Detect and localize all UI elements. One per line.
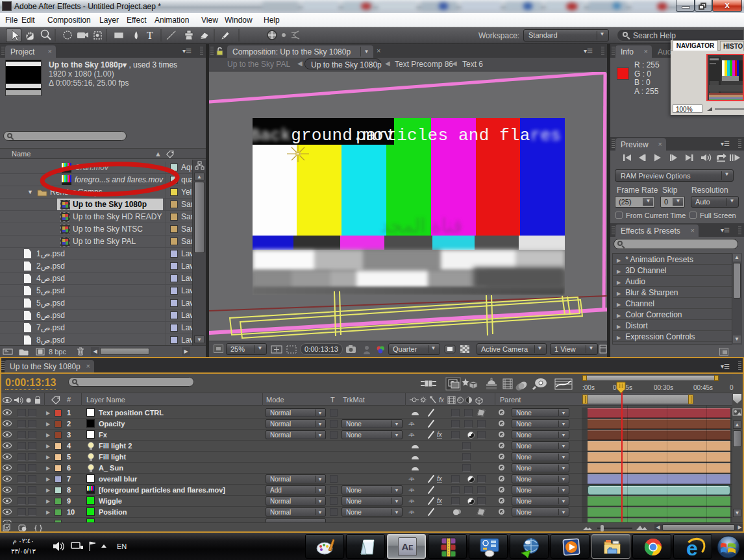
svg-text:fx: fx [439, 396, 445, 404]
svg-text:EN: EN [117, 542, 127, 550]
svg-text:T: T [147, 30, 153, 41]
